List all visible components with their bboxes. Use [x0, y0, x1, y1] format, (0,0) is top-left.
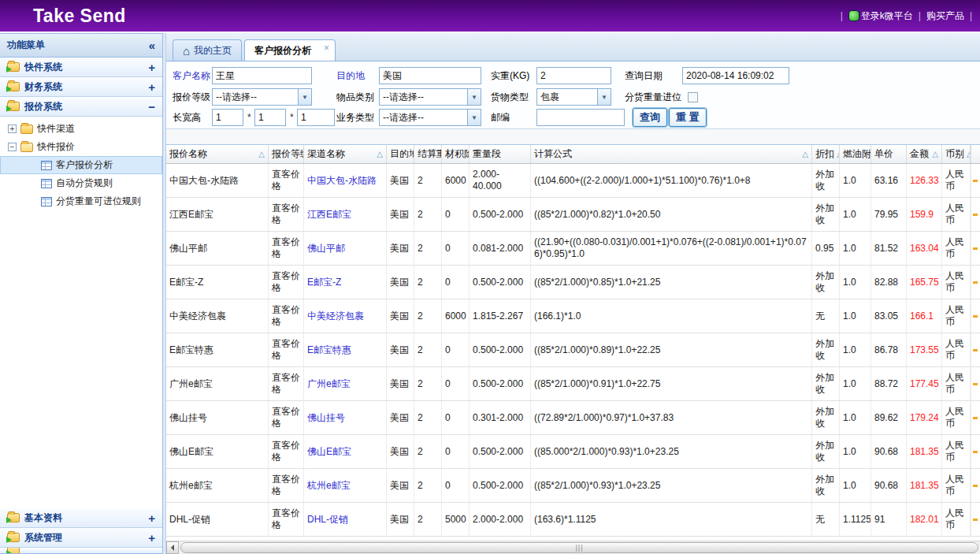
weight-carry-checkbox[interactable] — [688, 92, 698, 102]
sidebar-group-quote-system[interactable]: 报价系统 − — [0, 97, 162, 117]
scrollbar-thumb[interactable]: ||| — [180, 542, 978, 553]
chevron-down-icon[interactable]: ▼ — [467, 89, 481, 105]
table-row[interactable]: 佛山挂号直客价格佛山挂号美国200.301-2.000((72.89*2/1.0… — [166, 401, 980, 435]
cell-name: 江西E邮宝 — [166, 198, 269, 231]
cell-channel[interactable]: 广州e邮宝 — [304, 367, 387, 400]
sort-icon[interactable]: △ — [258, 150, 265, 158]
tree-expander-icon[interactable]: + — [8, 125, 17, 133]
separator: | — [841, 10, 843, 21]
cell-channel[interactable]: 中美经济包裹 — [304, 299, 387, 333]
cell-volume: 0 — [442, 435, 470, 468]
column-header-fuel[interactable]: 燃油附加△ — [840, 145, 871, 163]
column-header-amount[interactable]: 金额△ — [907, 145, 942, 163]
tree-leaf-customer-quote-analysis[interactable]: 客户报价分析 — [0, 156, 162, 174]
expand-plus-icon[interactable]: + — [148, 81, 155, 93]
table-row[interactable]: 广州e邮宝直客价格广州e邮宝美国200.500-2.000((85*2/1.00… — [166, 367, 980, 401]
sort-icon[interactable]: △ — [377, 150, 383, 158]
chevron-down-icon[interactable]: ▼ — [298, 89, 311, 105]
width-input[interactable] — [254, 109, 286, 126]
expand-plus-icon[interactable]: + — [148, 61, 155, 73]
table-row[interactable]: E邮宝特惠直客价格E邮宝特惠美国200.500-2.000((85*2/1.00… — [166, 333, 980, 367]
close-icon[interactable]: × — [324, 43, 329, 54]
length-input[interactable] — [212, 109, 243, 126]
column-header-unit[interactable]: 单价 — [871, 145, 907, 163]
destination-input[interactable] — [379, 67, 481, 84]
cell-channel[interactable]: 佛山挂号 — [304, 401, 387, 434]
column-header-level[interactable]: 报价等级△ — [269, 145, 304, 163]
business-type-select[interactable]: --请选择-- ▼ — [379, 109, 481, 126]
tree-node-express-channels[interactable]: + 快件渠道 — [0, 120, 162, 138]
postcode-input[interactable] — [536, 109, 625, 126]
tree-leaf-label: 客户报价分析 — [56, 158, 113, 172]
tree-expander-icon[interactable]: − — [8, 143, 17, 151]
cell-level: 直客价格 — [269, 333, 304, 366]
column-header-name[interactable]: 报价名称△ — [166, 145, 269, 163]
sort-icon[interactable]: △ — [932, 150, 938, 158]
column-header-currency[interactable]: 币别△ — [942, 145, 971, 163]
chevron-down-icon[interactable]: ▼ — [467, 110, 481, 125]
table-row[interactable]: 佛山平邮直客价格佛山平邮美国200.081-2.000((21.90+((0.0… — [166, 232, 980, 266]
height-input[interactable] — [297, 109, 335, 126]
tree-leaf-weight-carry-rules[interactable]: 分货重量可进位规则 — [0, 192, 162, 210]
table-row[interactable]: 江西E邮宝直客价格江西E邮宝美国200.500-2.000((85*2/1.00… — [166, 198, 980, 232]
cell-channel[interactable]: 杭州e邮宝 — [304, 469, 387, 502]
table-row[interactable]: E邮宝-Z直客价格E邮宝-Z美国200.500-2.000((85*2/1.00… — [166, 266, 980, 299]
customer-name-input[interactable] — [212, 67, 312, 84]
sidebar-group-system-management[interactable]: 系统管理 + — [0, 528, 162, 548]
column-header-settle[interactable]: 结算重△ — [414, 145, 442, 163]
cell-channel[interactable]: 佛山E邮宝 — [304, 435, 387, 468]
tab-home[interactable]: ⌂ 我的主页 — [173, 39, 242, 61]
cell-channel[interactable]: DHL-促销 — [304, 503, 387, 536]
item-category-select[interactable]: --请选择-- ▼ — [379, 88, 481, 106]
sidebar-group-partial[interactable] — [0, 548, 162, 553]
quote-level-select[interactable]: --请选择-- ▼ — [212, 88, 312, 106]
table-row[interactable]: 中美经济包裹直客价格中美经济包裹美国260001.815-2.267(166.1… — [166, 299, 980, 333]
login-kwei-link[interactable]: 登录k微平台 — [848, 9, 913, 23]
clipped-cell-mark — [973, 383, 978, 385]
table-row[interactable]: 杭州e邮宝直客价格杭州e邮宝美国200.500-2.000((85*2/1.00… — [166, 469, 980, 503]
column-header-volume[interactable]: 材积除△ — [442, 145, 470, 163]
scroll-left-button[interactable] — [166, 541, 179, 554]
cell-fuel: 1.1125 — [840, 503, 871, 536]
cell-channel[interactable]: E邮宝-Z — [304, 266, 387, 299]
column-label: 报价名称 — [169, 147, 207, 161]
tree-node-express-quotes[interactable]: − 快件报价 — [0, 138, 162, 156]
table-row[interactable]: 佛山E邮宝直客价格佛山E邮宝美国200.500-2.000((85.000*2/… — [166, 435, 980, 469]
cell-range: 0.500-2.000 — [470, 367, 531, 400]
tree-leaf-auto-sorting-rules[interactable]: 自动分货规则 — [0, 174, 162, 192]
expand-plus-icon[interactable]: + — [148, 532, 155, 544]
reset-button[interactable]: 重 置 — [669, 108, 707, 127]
sidebar-group-express-system[interactable]: 快件系统 + — [0, 58, 162, 77]
sort-icon[interactable]: △ — [802, 150, 808, 158]
column-header-formula[interactable]: 计算公式△ — [531, 145, 812, 163]
cell-discount: 外加收 — [812, 198, 840, 231]
column-header-dest[interactable]: 目的地△ — [387, 145, 414, 163]
collapse-minus-icon[interactable]: − — [148, 101, 155, 113]
cell-range: 1.815-2.267 — [470, 299, 531, 333]
cell-channel[interactable]: E邮宝特惠 — [304, 333, 387, 366]
cell-range: 0.500-2.000 — [470, 469, 531, 502]
cell-amount: 166.1 — [907, 299, 942, 333]
table-row[interactable]: 中国大包-水陆路直客价格中国大包-水陆路美国260002.000-40.000(… — [166, 164, 980, 198]
column-header-range[interactable]: 重量段 — [470, 145, 531, 163]
horizontal-scrollbar[interactable]: ||| — [166, 541, 980, 554]
cell-channel[interactable]: 中国大包-水陆路 — [304, 164, 387, 197]
weight-input[interactable] — [536, 67, 611, 84]
query-date-input[interactable] — [682, 67, 789, 84]
cell-discount: 无 — [812, 299, 840, 333]
buy-product-link[interactable]: 购买产品 — [926, 9, 964, 23]
chevron-down-icon[interactable]: ▼ — [597, 89, 611, 105]
cell-channel[interactable]: 江西E邮宝 — [304, 198, 387, 231]
sidebar-group-finance-system[interactable]: 财务系统 + — [0, 77, 162, 97]
cell-discount: 外加收 — [812, 266, 840, 299]
search-button[interactable]: 查询 — [633, 108, 667, 127]
column-header-discount[interactable]: 折扣△ — [812, 145, 840, 163]
cargo-type-select[interactable]: 包裹 ▼ — [536, 88, 611, 106]
collapse-sidebar-icon[interactable]: « — [149, 39, 155, 51]
sidebar-group-basic-data[interactable]: 基本资料 + — [0, 508, 162, 528]
expand-plus-icon[interactable]: + — [148, 512, 155, 524]
table-row[interactable]: DHL-促销直客价格DHL-促销美国250002.000-2.000(163.6… — [166, 503, 980, 537]
column-header-channel[interactable]: 渠道名称△ — [304, 145, 387, 163]
cell-channel[interactable]: 佛山平邮 — [304, 232, 387, 265]
tab-customer-quote-analysis[interactable]: 客户报价分析 × — [244, 39, 336, 61]
